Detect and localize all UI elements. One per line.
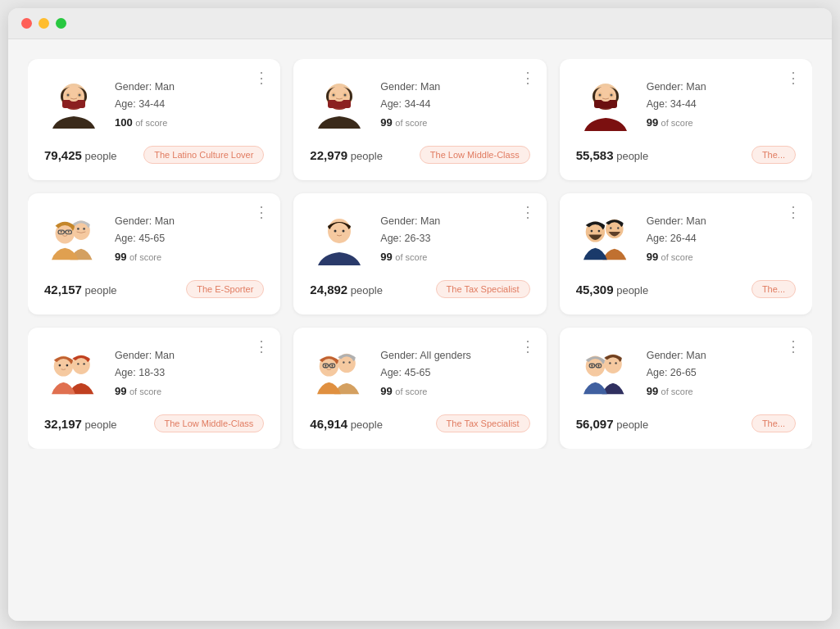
persona-card: ⋮ Gender: Man Age: 26-33 99 of score: [293, 193, 546, 314]
card-top: Gender: Man Age: 26-33 99 of score: [310, 210, 529, 269]
score-value: 99: [647, 251, 658, 263]
age-label: Age: 45-65: [115, 230, 175, 247]
avatar: [576, 344, 635, 403]
score-value: 100: [115, 116, 133, 129]
card-bottom: 42,157 people The E-Sporter: [44, 280, 264, 298]
score-suffix: of score: [395, 387, 427, 396]
persona-card: ⋮ Gender: Man: [28, 193, 280, 314]
svg-point-38: [610, 227, 611, 229]
avatar: [44, 344, 103, 403]
card-top: Gender: Man Age: 26-44 99 of score: [576, 210, 796, 269]
card-top: Gender: Man Age: 34-44 99 of score: [576, 75, 796, 134]
persona-tag[interactable]: The...: [751, 414, 796, 432]
card-bottom: 56,097 people The...: [576, 414, 796, 432]
avatar: [576, 210, 635, 269]
people-number: 32,197: [44, 417, 82, 431]
card-menu-icon[interactable]: ⋮: [786, 205, 801, 219]
score-label: 99 of score: [115, 248, 175, 266]
score-label: 99 of score: [647, 114, 706, 132]
svg-point-34: [334, 230, 337, 233]
avatar: [44, 210, 103, 269]
avatar: [310, 210, 369, 269]
persona-tag[interactable]: The E-Sporter: [186, 280, 264, 298]
card-info: Gender: Man Age: 26-65 99 of score: [647, 344, 706, 400]
people-number: 22,979: [310, 148, 347, 162]
card-menu-icon[interactable]: ⋮: [254, 70, 269, 85]
svg-point-35: [343, 230, 345, 233]
svg-point-23: [77, 228, 79, 230]
svg-point-13: [344, 94, 347, 97]
people-number: 46,914: [310, 417, 347, 431]
score-value: 99: [115, 385, 126, 397]
people-count: 79,425 people: [44, 148, 117, 162]
card-menu-icon[interactable]: ⋮: [520, 205, 535, 219]
card-menu-icon[interactable]: ⋮: [254, 339, 269, 354]
svg-point-26: [57, 225, 73, 242]
title-bar: [8, 8, 832, 39]
gender-label: Gender: Man: [647, 79, 706, 96]
svg-point-5: [67, 94, 70, 97]
score-value: 99: [380, 385, 392, 397]
card-top: Gender: Man Age: 45-65 99 of score: [44, 210, 264, 269]
card-top: Gender: Man Age: 34-44 99 of score: [310, 75, 529, 134]
people-count: 24,892 people: [310, 283, 383, 296]
people-label: people: [85, 150, 117, 162]
people-label: people: [616, 419, 648, 431]
score-label: 100 of score: [115, 114, 175, 132]
card-top: Gender: Man Age: 18-33 99 of score: [44, 344, 264, 403]
persona-tag[interactable]: The...: [751, 146, 796, 164]
maximize-button[interactable]: [56, 18, 66, 29]
card-info: Gender: Man Age: 18-33 99 of score: [115, 344, 175, 400]
svg-point-47: [83, 363, 84, 364]
persona-tag[interactable]: The Low Middle-Class: [154, 414, 265, 432]
card-top: Gender: All genders Age: 45-65 99 of sco…: [310, 344, 529, 403]
card-menu-icon[interactable]: ⋮: [520, 70, 535, 85]
window: ⋮ Gender: Man Age: 34-44 100 o: [8, 8, 832, 621]
age-label: Age: 34-44: [380, 96, 440, 113]
persona-tag[interactable]: The Tax Specialist: [436, 280, 530, 298]
people-number: 42,157: [44, 283, 82, 296]
score-suffix: of score: [135, 118, 167, 128]
gender-label: Gender: Man: [115, 213, 175, 230]
svg-point-65: [609, 362, 611, 364]
score-label: 99 of score: [380, 382, 471, 400]
persona-card: ⋮ Gender: Man Age: 34-44 99 of: [560, 59, 812, 180]
avatar: [576, 75, 635, 134]
svg-point-43: [597, 230, 600, 233]
card-menu-icon[interactable]: ⋮: [254, 205, 269, 219]
svg-point-22: [74, 223, 89, 238]
age-label: Age: 45-65: [380, 364, 471, 382]
persona-tag[interactable]: The Low Middle-Class: [420, 146, 530, 164]
score-label: 99 of score: [115, 382, 175, 400]
card-info: Gender: Man Age: 34-44 100 of score: [115, 75, 175, 132]
gender-label: Gender: Man: [647, 213, 706, 230]
card-info: Gender: Man Age: 34-44 99 of score: [647, 75, 706, 132]
score-value: 99: [380, 116, 392, 129]
persona-tag[interactable]: The Latino Culture Lover: [143, 146, 264, 164]
svg-point-30: [61, 231, 62, 233]
svg-point-62: [332, 364, 334, 366]
card-top: Gender: Man Age: 26-65 99 of score: [576, 344, 796, 403]
card-menu-icon[interactable]: ⋮: [786, 70, 801, 85]
card-info: Gender: Man Age: 26-33 99 of score: [380, 210, 440, 266]
persona-tag[interactable]: The...: [751, 280, 796, 298]
close-button[interactable]: [21, 18, 32, 29]
svg-point-50: [59, 364, 61, 367]
card-menu-icon[interactable]: ⋮: [520, 339, 535, 354]
card-info: Gender: Man Age: 26-44 99 of score: [647, 210, 706, 266]
svg-point-66: [615, 362, 616, 364]
persona-tag[interactable]: The Tax Specialist: [436, 414, 530, 432]
card-menu-icon[interactable]: ⋮: [786, 339, 801, 354]
people-count: 22,979 people: [310, 148, 383, 162]
svg-point-39: [617, 227, 619, 229]
gender-label: Gender: Man: [380, 213, 440, 230]
people-label: people: [616, 284, 648, 296]
card-info: Gender: All genders Age: 45-65 99 of sco…: [380, 344, 471, 400]
people-number: 24,892: [310, 283, 347, 296]
people-count: 45,309 people: [576, 283, 649, 296]
svg-point-51: [66, 364, 69, 367]
score-label: 99 of score: [380, 248, 440, 266]
svg-point-42: [590, 230, 593, 233]
minimize-button[interactable]: [39, 18, 49, 29]
cards-grid: ⋮ Gender: Man Age: 34-44 100 o: [28, 59, 812, 449]
